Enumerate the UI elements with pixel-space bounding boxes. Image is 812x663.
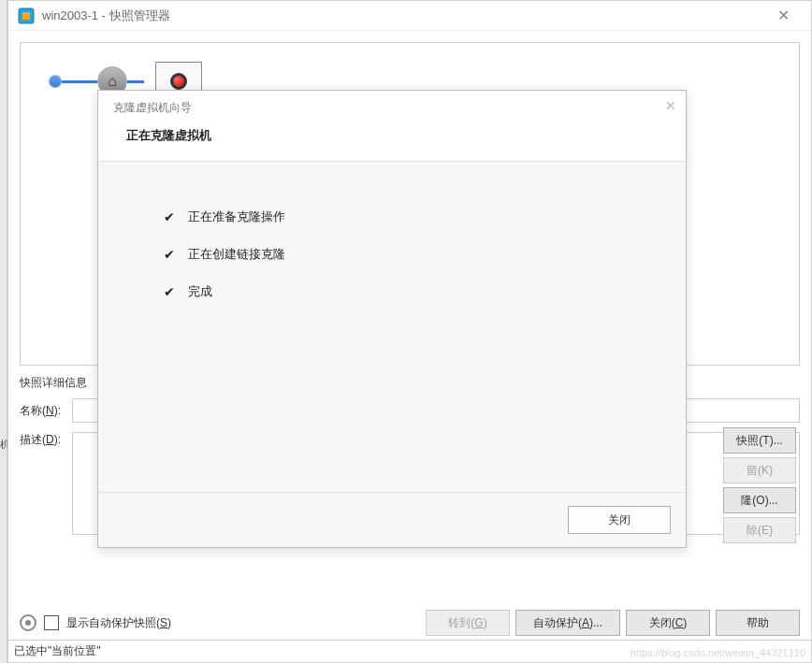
- name-label: 名称(N):: [20, 403, 72, 419]
- snapshot-start-node-icon[interactable]: [49, 75, 62, 88]
- check-icon: ✔: [164, 284, 175, 299]
- auto-protect-button[interactable]: 自动保护(A)...: [515, 610, 620, 636]
- clone-wizard-dialog: 克隆虚拟机向导 ✕ 正在克隆虚拟机 ✔ 正在准备克隆操作 ✔ 正在创建链接克隆 …: [97, 90, 687, 548]
- window-close-icon[interactable]: ✕: [764, 7, 802, 24]
- close-manager-button[interactable]: 关闭(C): [626, 610, 710, 636]
- goto-button: 转到(G): [426, 610, 510, 636]
- refresh-icon[interactable]: [20, 614, 36, 631]
- modal-body: ✔ 正在准备克隆操作 ✔ 正在创建链接克隆 ✔ 完成: [98, 162, 686, 492]
- window-title: win2003-1 - 快照管理器: [42, 7, 764, 24]
- progress-item: ✔ 完成: [164, 283, 620, 300]
- check-icon: ✔: [164, 209, 175, 224]
- status-bar: 已选中"当前位置" https://blog.csdn.net/weixin_4…: [8, 640, 811, 662]
- modal-close-icon[interactable]: ✕: [665, 98, 676, 113]
- progress-item: ✔ 正在准备克隆操作: [164, 209, 620, 225]
- bottom-bar: 显示自动保护快照(S) 转到(G) 自动保护(A)... 关闭(C) 帮助: [20, 610, 800, 636]
- delete-button: 除(E): [723, 517, 796, 543]
- show-auto-protect-label: 显示自动保护快照(S): [66, 615, 418, 631]
- progress-label: 正在准备克隆操作: [188, 209, 285, 225]
- wizard-title: 克隆虚拟机向导: [113, 100, 671, 116]
- modal-subtitle: 正在克隆虚拟机: [126, 127, 671, 144]
- description-label: 描述(D):: [20, 432, 72, 448]
- clone-button[interactable]: 隆(O)...: [723, 487, 796, 513]
- progress-label: 完成: [188, 283, 212, 300]
- app-icon: [18, 7, 35, 24]
- check-icon: ✔: [164, 247, 175, 262]
- progress-item: ✔ 正在创建链接克隆: [164, 246, 620, 263]
- watermark: https://blog.csdn.net/weixin_44321110: [631, 647, 805, 658]
- titlebar: win2003-1 - 快照管理器 ✕: [8, 1, 811, 31]
- modal-header: 克隆虚拟机向导 ✕ 正在克隆虚拟机: [98, 91, 686, 162]
- svg-rect-1: [22, 12, 30, 20]
- status-text: 已选中"当前位置": [14, 644, 101, 657]
- progress-label: 正在创建链接克隆: [188, 246, 285, 263]
- keep-button: 留(K): [723, 457, 796, 483]
- snapshot-line: [62, 80, 97, 83]
- show-auto-protect-checkbox[interactable]: [44, 615, 59, 630]
- take-snapshot-button[interactable]: 快照(T)...: [723, 427, 796, 454]
- modal-footer: 关闭: [98, 492, 686, 547]
- help-button[interactable]: 帮助: [716, 610, 800, 636]
- modal-close-button[interactable]: 关闭: [568, 506, 671, 534]
- snapshot-line: [127, 80, 144, 83]
